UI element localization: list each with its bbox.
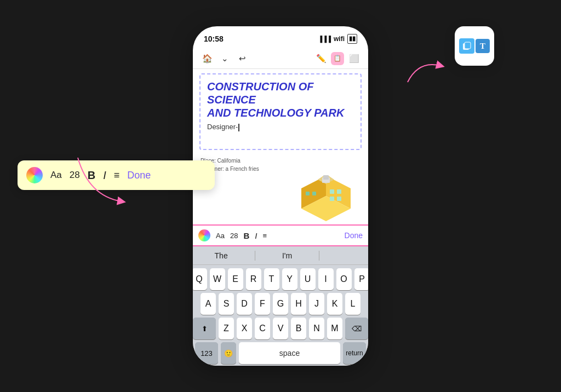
keyboard: Q W E R T Y U I O P A S D F G H J K: [193, 265, 368, 366]
copy-icon: [459, 38, 474, 54]
italic-button[interactable]: I: [103, 169, 106, 182]
key-n[interactable]: N: [309, 318, 324, 339]
key-k[interactable]: K: [327, 293, 342, 315]
scene: T Aa 28 B I ≡ Done 10:: [34, 10, 527, 382]
key-w[interactable]: W: [210, 268, 225, 290]
battery-icon: ▮▮: [347, 34, 357, 43]
undo-button[interactable]: ↩: [236, 52, 249, 65]
text-copy-button[interactable]: 📋: [331, 52, 344, 65]
svg-rect-9: [306, 192, 310, 195]
svg-rect-13: [323, 175, 329, 180]
info-section: Place: California Designer: a French fri…: [193, 154, 368, 175]
key-l[interactable]: L: [345, 293, 360, 315]
align-button[interactable]: ≡: [114, 170, 120, 181]
text-cursor: [238, 124, 239, 131]
pred-word-2[interactable]: I'm: [277, 250, 297, 261]
svg-rect-5: [330, 189, 334, 194]
ipt-color-button[interactable]: [198, 229, 210, 241]
status-bar: 10:58 ▐▐▐ wifi ▮▮: [193, 26, 368, 48]
key-j[interactable]: J: [309, 293, 324, 315]
ipt-size-button[interactable]: 28: [230, 232, 238, 240]
key-m[interactable]: M: [327, 318, 342, 339]
home-button[interactable]: 🏠: [201, 52, 214, 65]
status-time: 10:58: [204, 34, 224, 43]
key-z[interactable]: Z: [219, 318, 234, 339]
status-icons: ▐▐▐ wifi ▮▮: [318, 34, 357, 43]
svg-rect-8: [337, 197, 341, 201]
key-o[interactable]: O: [336, 268, 352, 290]
key-t[interactable]: T: [264, 268, 279, 290]
key-i[interactable]: I: [318, 268, 334, 290]
keyboard-row-3: ⬆ Z X C V B N M ⌫: [195, 318, 366, 339]
key-f[interactable]: F: [255, 293, 270, 315]
key-e[interactable]: E: [228, 268, 243, 290]
font-size-button[interactable]: 28: [70, 170, 80, 181]
key-r[interactable]: R: [246, 268, 261, 290]
key-s[interactable]: S: [219, 293, 234, 315]
emoji-key[interactable]: 🙂: [221, 342, 236, 364]
building-area: [199, 175, 362, 224]
predictive-bar: The I'm: [193, 246, 368, 265]
return-key[interactable]: return: [343, 342, 366, 364]
ipt-font-button[interactable]: Aa: [216, 232, 225, 240]
done-button[interactable]: Done: [127, 170, 151, 181]
canvas-area[interactable]: CONSTRUCTION OF SCIENCE AND TECHNOLOGY P…: [199, 73, 362, 150]
share-button[interactable]: ⬜: [347, 52, 360, 65]
app-toolbar: 🏠 ⌄ ↩ ✏️ 📋 ⬜: [193, 48, 368, 69]
svg-rect-1: [465, 42, 471, 49]
signal-icon: ▐▐▐: [318, 36, 331, 42]
tooltip-icon: T: [459, 38, 490, 54]
key-g[interactable]: G: [273, 293, 288, 315]
key-u[interactable]: U: [300, 268, 316, 290]
pred-word-3[interactable]: [341, 255, 352, 257]
key-p[interactable]: P: [354, 268, 369, 290]
key-c[interactable]: C: [255, 318, 270, 339]
canvas-subtitle: Designer-: [207, 123, 354, 131]
pred-word-1[interactable]: The: [209, 250, 233, 261]
keyboard-row-4: 123 🙂 space return: [195, 342, 366, 364]
bold-button[interactable]: B: [88, 169, 95, 182]
pred-divider-1: [255, 251, 255, 261]
app-toolbar-right: ✏️ 📋 ⬜: [314, 52, 360, 65]
key-v[interactable]: V: [273, 318, 288, 339]
tooltip-box[interactable]: T: [455, 26, 494, 66]
dropdown-button[interactable]: ⌄: [218, 52, 231, 65]
key-x[interactable]: X: [237, 318, 252, 339]
pred-divider-2: [319, 251, 319, 261]
keyboard-row-2: A S D F G H J K L: [195, 293, 366, 315]
svg-rect-7: [330, 197, 334, 201]
key-b[interactable]: B: [291, 318, 306, 339]
shift-key[interactable]: ⬆: [193, 318, 216, 339]
pencil-button[interactable]: ✏️: [314, 52, 328, 65]
svg-rect-6: [337, 189, 341, 194]
ipt-bold-button[interactable]: B: [243, 231, 249, 240]
wifi-icon: wifi: [334, 35, 345, 43]
font-family-button[interactable]: Aa: [50, 170, 62, 181]
arrow-to-tooltip: [402, 55, 446, 88]
key-y[interactable]: Y: [282, 268, 297, 290]
building-illustration: [290, 175, 362, 224]
text-format-icon: T: [476, 39, 490, 53]
ipt-done-button[interactable]: Done: [345, 231, 363, 240]
color-picker-button[interactable]: [26, 167, 43, 183]
app-toolbar-left: 🏠 ⌄ ↩: [201, 52, 249, 65]
canvas-title: CONSTRUCTION OF SCIENCE AND TECHNOLOGY P…: [207, 80, 354, 119]
delete-key[interactable]: ⌫: [345, 318, 368, 339]
key-q[interactable]: Q: [193, 268, 207, 290]
key-d[interactable]: D: [237, 293, 252, 315]
phone-frame: 10:58 ▐▐▐ wifi ▮▮ 🏠 ⌄ ↩ ✏️ 📋 ⬜: [193, 26, 368, 366]
space-key[interactable]: space: [239, 342, 340, 364]
floating-toolbar: Aa 28 B I ≡ Done: [18, 160, 215, 190]
key-h[interactable]: H: [291, 293, 306, 315]
key-a[interactable]: A: [201, 293, 216, 315]
in-phone-toolbar: Aa 28 B I ≡ Done: [193, 224, 368, 246]
keyboard-row-1: Q W E R T Y U I O P: [195, 268, 366, 290]
ipt-italic-button[interactable]: I: [255, 231, 257, 240]
numbers-key[interactable]: 123: [195, 342, 218, 364]
ipt-align-button[interactable]: ≡: [262, 232, 267, 240]
svg-rect-10: [312, 192, 316, 195]
